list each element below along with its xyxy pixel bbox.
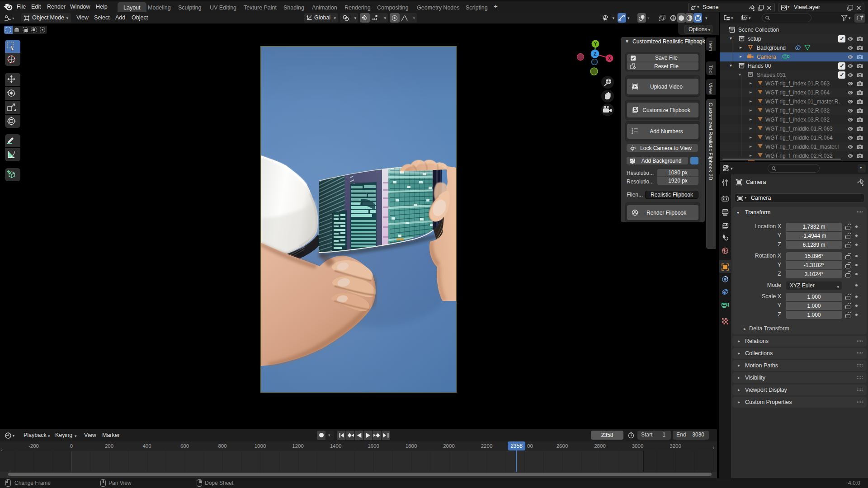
svg-text:1: 1 bbox=[632, 128, 633, 131]
svg-text:Y: Y bbox=[594, 42, 597, 47]
svg-text:Z: Z bbox=[594, 51, 597, 56]
svg-text:X: X bbox=[608, 56, 611, 61]
svg-text:2: 2 bbox=[632, 131, 633, 134]
